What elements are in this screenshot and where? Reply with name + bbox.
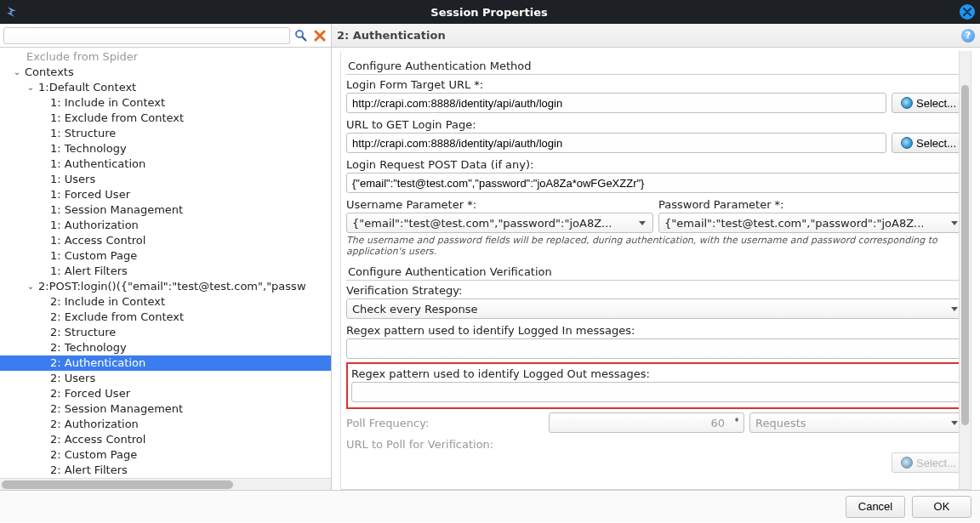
tree-item[interactable]: 1: Forced User (49, 187, 130, 202)
tree-search-input[interactable] (3, 27, 290, 44)
select-login-url-button[interactable]: Select... (892, 93, 966, 113)
panel-title: 2: Authentication (337, 29, 446, 42)
password-param-label: Password Parameter *: (658, 196, 966, 213)
help-icon[interactable]: ? (961, 29, 975, 43)
select-get-page-button[interactable]: Select... (892, 133, 966, 153)
strategy-select[interactable]: Check every Response (346, 298, 966, 319)
poll-url-label: URL to Poll for Verification: (346, 436, 966, 452)
logged-out-highlight: Regex pattern used to identify Logged Ou… (346, 362, 966, 409)
tree-item[interactable]: 1: Include in Context (49, 95, 165, 111)
tree-item[interactable]: 1: Technology (49, 141, 127, 156)
tree-item[interactable]: 1: Structure (49, 126, 116, 141)
chevron-down-icon[interactable]: ⌄ (26, 279, 36, 294)
tree-item[interactable]: 1: Access Control (49, 233, 145, 248)
tree-item[interactable]: 1: Exclude from Context (49, 111, 184, 126)
poll-unit-select[interactable]: Requests (749, 412, 966, 433)
tree-item[interactable]: 2: Users (49, 371, 95, 386)
chevron-down-icon[interactable]: ⌄ (12, 65, 22, 80)
login-url-label: Login Form Target URL *: (346, 77, 966, 93)
form-vertical-scrollbar[interactable] (959, 51, 971, 489)
post-data-input[interactable] (346, 173, 966, 193)
username-param-label: Username Parameter *: (346, 196, 653, 213)
tree-item[interactable]: 2: Access Control (49, 432, 145, 447)
tree-item[interactable]: 1: Session Management (49, 202, 183, 218)
clear-icon[interactable] (312, 28, 328, 43)
tree-item[interactable]: 2: Include in Context (49, 294, 165, 310)
ok-button[interactable]: OK (912, 496, 971, 518)
cancel-button[interactable]: Cancel (846, 496, 905, 518)
app-icon (5, 5, 19, 19)
dialog-footer: Cancel OK (0, 490, 980, 522)
tree-item[interactable]: 2: Technology (49, 340, 127, 355)
tree-item[interactable]: 1: Users (49, 172, 95, 187)
post-data-label: Login Request POST Data (if any): (346, 156, 966, 173)
navigation-pane: Exclude from Spider ⌄Contexts ⌄1:Default… (0, 24, 332, 490)
globe-icon (901, 137, 913, 149)
chevron-down-icon[interactable]: ⌄ (26, 80, 36, 95)
globe-icon (901, 97, 913, 109)
logged-out-regex-input[interactable] (351, 382, 960, 402)
tree-item[interactable]: 1: Custom Page (49, 248, 137, 264)
window-title: Session Properties (19, 6, 960, 19)
search-icon[interactable] (293, 28, 309, 43)
logged-in-label: Regex pattern used to identify Logged In… (346, 322, 966, 338)
tree-item[interactable]: 2: Forced User (49, 386, 130, 401)
poll-freq-spinner[interactable]: 60 (549, 412, 744, 433)
username-param-select[interactable]: {"email":"test@test.com","password":"joA… (346, 213, 653, 233)
tree-item[interactable]: Exclude from Spider (26, 49, 138, 65)
close-button[interactable] (960, 4, 975, 20)
globe-icon (901, 457, 913, 469)
context-tree[interactable]: Exclude from Spider ⌄Contexts ⌄1:Default… (0, 48, 331, 490)
password-param-select[interactable]: {"email":"test@test.com","password":"joA… (658, 213, 966, 233)
tree-item[interactable]: 2: Authorization (49, 417, 139, 432)
tree-item[interactable]: 2: Alert Filters (49, 463, 128, 478)
logged-in-regex-input[interactable] (346, 338, 966, 359)
login-url-input[interactable] (346, 93, 886, 113)
tree-item[interactable]: 2: Structure (49, 325, 116, 340)
content-pane: 2: Authentication ? Configure Authentica… (332, 24, 980, 490)
logged-out-label: Regex pattern used to identify Logged Ou… (351, 366, 960, 382)
tree-horizontal-scrollbar[interactable] (0, 478, 331, 490)
tree-item[interactable]: 1: Authorization (49, 218, 139, 233)
tree-contexts[interactable]: Contexts (24, 65, 74, 80)
auth-verify-header: Configure Authentication Verification (346, 262, 966, 281)
tree-item-authentication[interactable]: 2: Authentication (49, 355, 145, 371)
select-poll-url-button[interactable]: Select... (892, 452, 966, 473)
param-note: The username and password fields will be… (346, 233, 966, 262)
get-page-label: URL to GET Login Page: (346, 117, 966, 133)
tree-item[interactable]: 2: Exclude from Context (49, 310, 184, 325)
tree-context-1[interactable]: 1:Default Context (37, 80, 136, 95)
tree-item[interactable]: 1: Alert Filters (49, 264, 128, 279)
poll-freq-label: Poll Frequency: (346, 415, 544, 431)
tree-item[interactable]: 2: Session Management (49, 401, 183, 417)
auth-method-header: Configure Authentication Method (346, 56, 966, 75)
get-page-input[interactable] (346, 133, 886, 153)
svg-line-1 (302, 37, 306, 41)
tree-item[interactable]: 1: Authentication (49, 156, 145, 172)
titlebar: Session Properties (0, 0, 980, 24)
strategy-label: Verification Strategy: (346, 282, 966, 298)
tree-item[interactable]: 2: Custom Page (49, 447, 137, 463)
tree-context-2[interactable]: 2:POST:login()({"email":"test@test.com",… (37, 279, 306, 294)
svg-point-0 (296, 31, 303, 37)
